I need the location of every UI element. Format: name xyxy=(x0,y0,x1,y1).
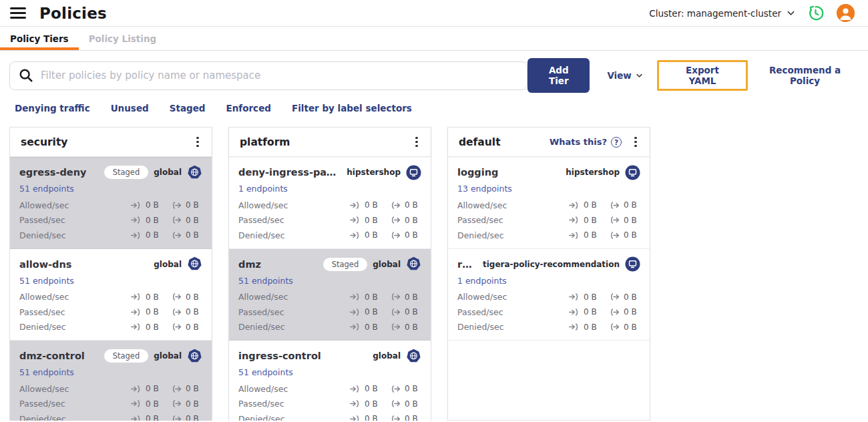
chevron-down-icon xyxy=(787,11,795,16)
egress-arrow-icon xyxy=(609,308,620,316)
metric-label: Denied/sec xyxy=(238,322,285,332)
metric-label: Passed/sec xyxy=(19,307,65,317)
quick-filters: Denying traffic Unused Staged Enforced F… xyxy=(0,91,868,114)
endpoints-link[interactable]: 13 endpoints xyxy=(457,184,512,194)
endpoints-link[interactable]: 51 endpoints xyxy=(19,276,74,286)
ingress-arrow-icon xyxy=(350,323,361,331)
endpoints-link[interactable]: 51 endpoints xyxy=(238,276,293,286)
filter-denying-traffic[interactable]: Denying traffic xyxy=(15,103,90,114)
egress-metric: 0 B xyxy=(171,323,202,332)
endpoints-link[interactable]: 51 endpoints xyxy=(19,184,74,194)
metric-label: Allowed/sec xyxy=(19,384,69,394)
metric-label: Allowed/sec xyxy=(457,200,507,210)
filter-by-label-selectors[interactable]: Filter by label selectors xyxy=(292,103,412,114)
metric-label: Allowed/sec xyxy=(19,200,69,210)
metric-label: Passed/sec xyxy=(238,399,284,409)
staged-badge: Staged xyxy=(104,349,149,363)
ingress-metric: 0 B xyxy=(131,323,162,332)
cluster-selector[interactable]: Cluster: management-cluster xyxy=(649,8,795,19)
policy-card[interactable]: restricted tigera-policy-recommendation … xyxy=(448,249,650,341)
tier-menu-kebab-icon[interactable] xyxy=(628,134,643,150)
egress-arrow-icon xyxy=(390,323,401,331)
ingress-arrow-icon xyxy=(569,201,580,210)
egress-arrow-icon xyxy=(609,216,620,224)
policy-search-box[interactable] xyxy=(9,61,527,90)
metric-label: Passed/sec xyxy=(19,215,65,225)
globe-icon xyxy=(187,165,202,180)
metric-label: Allowed/sec xyxy=(238,384,288,394)
view-button[interactable]: View xyxy=(607,70,642,81)
policy-card[interactable]: ingress-control global 51 endpoints Allo… xyxy=(229,341,431,421)
ingress-metric: 0 B xyxy=(131,200,162,210)
egress-metric: 0 B xyxy=(390,216,421,225)
history-icon[interactable] xyxy=(807,4,825,22)
egress-arrow-icon xyxy=(171,201,182,210)
ingress-metric: 0 B xyxy=(350,307,381,316)
policy-card[interactable]: logging hipstershop 13 endpoints Allowed… xyxy=(448,157,650,249)
tiers-row: security egress-deny Staged global xyxy=(9,127,859,421)
ingress-arrow-icon xyxy=(569,292,580,301)
ingress-metric: 0 B xyxy=(131,399,162,409)
ingress-arrow-icon xyxy=(350,216,361,224)
endpoints-link[interactable]: 51 endpoints xyxy=(238,367,293,377)
ingress-arrow-icon xyxy=(350,385,361,393)
metric-label: Allowed/sec xyxy=(457,292,507,302)
endpoints-link[interactable]: 1 endpoints xyxy=(457,276,507,286)
ingress-metric: 0 B xyxy=(131,307,162,316)
metric-row: Passed/sec 0 B 0 B xyxy=(238,397,421,412)
page-title: Policies xyxy=(39,5,107,22)
policy-card[interactable]: dmz Staged global 51 endpoints Allowed/s… xyxy=(229,249,431,341)
ingress-metric: 0 B xyxy=(350,414,381,421)
ingress-metric: 0 B xyxy=(350,216,381,225)
add-tier-button[interactable]: Add Tier xyxy=(527,58,590,93)
metric-row: Denied/sec 0 B 0 B xyxy=(19,320,202,335)
ingress-arrow-icon xyxy=(131,308,142,316)
tier-header: default Whats this? ? xyxy=(448,128,650,157)
tier-menu-kebab-icon[interactable] xyxy=(190,134,205,150)
filter-enforced[interactable]: Enforced xyxy=(226,103,270,114)
policy-card[interactable]: dmz-control Staged global 51 endpoints A… xyxy=(10,341,212,421)
metric-row: Passed/sec 0 B 0 B xyxy=(19,213,202,228)
export-yaml-button[interactable]: Export YAML xyxy=(673,65,732,86)
tier-name: platform xyxy=(240,136,290,148)
user-avatar[interactable] xyxy=(837,4,855,22)
hamburger-menu-icon[interactable] xyxy=(10,7,26,19)
egress-arrow-icon xyxy=(171,415,182,421)
policy-card[interactable]: deny-ingress-paymentservi... hipstershop… xyxy=(229,157,431,249)
whats-this-link[interactable]: Whats this? ? xyxy=(550,137,622,148)
egress-metric: 0 B xyxy=(609,292,640,302)
tier-menu-kebab-icon[interactable] xyxy=(409,134,424,150)
egress-arrow-icon xyxy=(609,201,620,210)
policy-card[interactable]: egress-deny Staged global 51 endpoints A… xyxy=(10,157,212,249)
export-yaml-highlight-box: Export YAML xyxy=(657,60,748,91)
filter-unused[interactable]: Unused xyxy=(111,103,149,114)
tab-policy-listing[interactable]: Policy Listing xyxy=(79,27,167,50)
tier-header: security xyxy=(10,128,212,157)
egress-metric: 0 B xyxy=(609,230,640,240)
ingress-arrow-icon xyxy=(131,201,142,210)
chevron-down-icon xyxy=(636,73,642,78)
egress-metric: 0 B xyxy=(171,230,202,240)
ingress-metric: 0 B xyxy=(350,384,381,393)
recommend-policy-button[interactable]: Recommend a Policy xyxy=(756,65,853,86)
search-input[interactable] xyxy=(41,69,518,81)
filter-staged[interactable]: Staged xyxy=(170,103,206,114)
tab-policy-tiers[interactable]: Policy Tiers xyxy=(0,27,79,50)
endpoints-link[interactable]: 1 endpoints xyxy=(238,184,288,194)
egress-arrow-icon xyxy=(390,308,401,316)
ingress-arrow-icon xyxy=(350,415,361,421)
metric-label: Denied/sec xyxy=(238,230,285,240)
ingress-metric: 0 B xyxy=(131,292,162,302)
egress-arrow-icon xyxy=(609,231,620,240)
egress-metric: 0 B xyxy=(171,399,202,409)
ingress-metric: 0 B xyxy=(350,230,381,240)
metric-row: Allowed/sec 0 B 0 B xyxy=(238,290,421,305)
staged-badge: Staged xyxy=(104,166,149,179)
namespace-icon xyxy=(625,165,640,180)
metric-row: Allowed/sec 0 B 0 B xyxy=(19,290,202,305)
metric-row: Allowed/sec 0 B 0 B xyxy=(457,290,640,305)
metric-row: Passed/sec 0 B 0 B xyxy=(457,213,640,228)
endpoints-link[interactable]: 51 endpoints xyxy=(19,367,74,377)
policy-name: egress-deny xyxy=(19,167,86,178)
policy-card[interactable]: allow-dns global 51 endpoints Allowed/se… xyxy=(10,249,212,341)
